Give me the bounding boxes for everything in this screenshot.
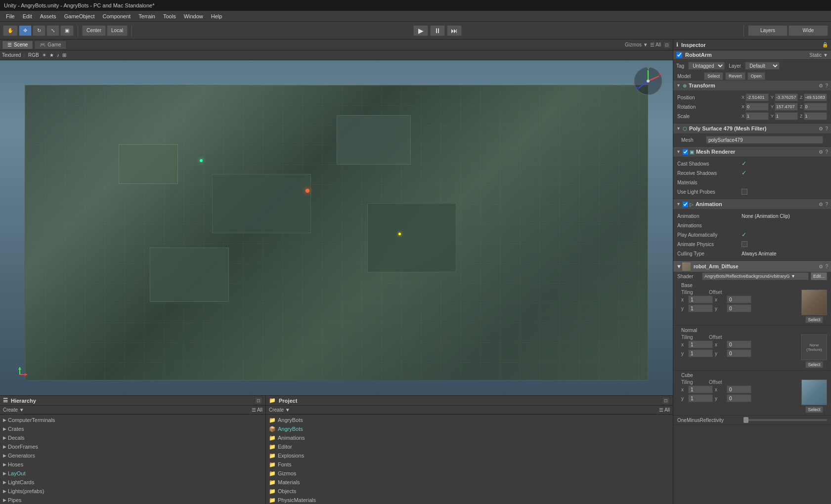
scale-y-input[interactable]: [775, 112, 798, 120]
hier-item-crates[interactable]: ▶ Crates: [0, 424, 265, 433]
position-x-input[interactable]: [745, 93, 769, 101]
hierarchy-filter[interactable]: ☰ All: [252, 407, 262, 413]
rotate-tool-button[interactable]: ↻: [33, 25, 45, 36]
layers-dropdown[interactable]: Layers: [748, 25, 787, 36]
scale-tool-button[interactable]: ⤡: [46, 25, 59, 36]
cube-texture-select[interactable]: Select: [805, 406, 823, 413]
proj-item-materials[interactable]: 📁 Materials: [266, 478, 673, 487]
base-texture-thumb[interactable]: [801, 290, 827, 315]
cube-offset-y-input[interactable]: [727, 394, 751, 402]
animation-enable-checkbox[interactable]: [683, 202, 688, 207]
use-light-probes-checkbox[interactable]: [742, 189, 747, 195]
material-question-icon[interactable]: ?: [825, 264, 828, 269]
hier-item-pipes[interactable]: ▶ Pipes: [0, 496, 265, 504]
proj-item-fonts[interactable]: 📁 Fonts: [266, 460, 673, 469]
base-tiling-y-input[interactable]: [688, 304, 713, 312]
hier-item-computerterminals[interactable]: ▶ ComputerTerminals: [0, 416, 265, 424]
cube-tiling-y-input[interactable]: [688, 394, 713, 402]
normal-texture-thumb[interactable]: None (Texture): [801, 335, 827, 360]
rotation-y-input[interactable]: [775, 103, 798, 111]
hier-item-lights[interactable]: ▶ Lights(prefabs): [0, 487, 265, 496]
scene-fx-btn[interactable]: ★: [49, 52, 54, 58]
project-filter[interactable]: ☰ All: [659, 407, 670, 413]
menu-terrain[interactable]: Terrain: [134, 13, 159, 19]
base-offset-y-input[interactable]: [727, 304, 751, 312]
transform-settings-icon[interactable]: ⚙: [819, 83, 823, 88]
cube-texture-thumb[interactable]: [801, 379, 827, 405]
hier-item-doorframes[interactable]: ▶ DoorFrames: [0, 442, 265, 451]
hierarchy-create-button[interactable]: Create ▼: [3, 407, 24, 413]
scale-z-input[interactable]: [804, 112, 828, 120]
layer-dropdown[interactable]: Default: [745, 62, 780, 70]
normal-tiling-y-input[interactable]: [688, 349, 713, 357]
step-button[interactable]: ⏭: [447, 25, 462, 36]
animation-question-icon[interactable]: ?: [825, 202, 828, 207]
hier-item-lightcards[interactable]: ▶ LightCards: [0, 478, 265, 487]
mesh-renderer-header[interactable]: ▼ ▣ Mesh Renderer ⚙ ?: [673, 147, 831, 157]
cube-offset-x-input[interactable]: [727, 385, 751, 393]
material-settings-icon[interactable]: ⚙: [819, 264, 823, 269]
gameobject-active-checkbox[interactable]: [676, 52, 682, 58]
proj-item-animations[interactable]: 📁 Animations: [266, 433, 673, 442]
hierarchy-maximize[interactable]: ⊡: [255, 397, 262, 405]
proj-item-physicmaterials[interactable]: 📁 PhysicMaterials: [266, 496, 673, 504]
mesh-value[interactable]: polySurface479: [706, 136, 823, 144]
menu-window[interactable]: Window: [180, 13, 207, 19]
mesh-renderer-settings-icon[interactable]: ⚙: [819, 149, 823, 155]
position-z-input[interactable]: [804, 93, 828, 101]
base-texture-select[interactable]: Select: [805, 316, 823, 323]
menu-help[interactable]: Help: [207, 13, 226, 19]
normal-tiling-x-input[interactable]: [688, 340, 713, 348]
menu-assets[interactable]: Assets: [36, 13, 60, 19]
scene-lighting-btn[interactable]: ☀: [42, 52, 46, 58]
rotation-z-input[interactable]: [804, 103, 828, 111]
animate-physics-checkbox[interactable]: [742, 241, 747, 247]
play-button[interactable]: ▶: [413, 25, 428, 36]
project-maximize[interactable]: ⊡: [662, 397, 670, 405]
cube-tiling-x-input[interactable]: [688, 385, 713, 393]
normal-offset-x-input[interactable]: [727, 340, 751, 348]
material-header[interactable]: ▼ robot_Arm_Diffuse ⚙ ?: [673, 261, 831, 272]
revert-button[interactable]: Revert: [725, 72, 745, 80]
mesh-renderer-question-icon[interactable]: ?: [825, 149, 828, 155]
mesh-filter-settings-icon[interactable]: ⚙: [819, 126, 823, 131]
open-button[interactable]: Open: [747, 72, 765, 80]
gizmo-widget[interactable]: X Y Z: [633, 66, 663, 97]
hier-item-hoses[interactable]: ▶ Hoses: [0, 460, 265, 469]
local-button[interactable]: Local: [107, 25, 128, 36]
lock-icon[interactable]: 🔒: [822, 42, 828, 47]
animation-header[interactable]: ▼ ▷ Animation ⚙ ?: [673, 199, 831, 209]
scene-gizmo-btn[interactable]: ⊞: [62, 52, 66, 58]
menu-file[interactable]: File: [2, 13, 19, 19]
proj-item-gizmos[interactable]: 📁 Gizmos: [266, 469, 673, 478]
mesh-renderer-enable-checkbox[interactable]: [683, 149, 688, 155]
move-tool-button[interactable]: ✥: [19, 25, 32, 36]
mesh-filter-question-icon[interactable]: ?: [825, 126, 828, 131]
one-minus-slider[interactable]: [744, 419, 827, 421]
maximize-button[interactable]: ⊡: [663, 41, 671, 49]
hier-item-decals[interactable]: ▶ Decals: [0, 433, 265, 442]
proj-item-angrybots-pkg[interactable]: 📦 AngryBots: [266, 424, 673, 433]
hier-item-layout[interactable]: ▶ LayOut: [0, 469, 265, 478]
hand-tool-button[interactable]: ✋: [3, 25, 18, 36]
normal-offset-y-input[interactable]: [727, 349, 751, 357]
position-y-input[interactable]: [775, 93, 798, 101]
tag-dropdown[interactable]: Untagged: [688, 62, 725, 70]
animation-settings-icon[interactable]: ⚙: [819, 202, 823, 207]
rect-tool-button[interactable]: ▣: [60, 25, 74, 36]
proj-item-angrybots-folder[interactable]: 📁 AngryBots: [266, 416, 673, 424]
viewport[interactable]: X Y Z: [0, 60, 673, 395]
base-offset-x-input[interactable]: [727, 295, 751, 303]
menu-gameobject[interactable]: GameObject: [60, 13, 99, 19]
mesh-filter-header[interactable]: ▼ ⬡ Poly Surface 479 (Mesh Filter) ⚙ ?: [673, 124, 831, 133]
gizmos-button[interactable]: Gizmos ▼: [625, 42, 648, 47]
normal-texture-select[interactable]: Select: [805, 361, 823, 368]
menu-tools[interactable]: Tools: [159, 13, 180, 19]
layout-dropdown[interactable]: Wide: [788, 25, 828, 36]
center-button[interactable]: Center: [82, 25, 106, 36]
rotation-x-input[interactable]: [745, 103, 769, 111]
menu-edit[interactable]: Edit: [19, 13, 36, 19]
scale-x-input[interactable]: [745, 112, 769, 120]
transform-header[interactable]: ▼ ⊕ Transform ⚙ ?: [673, 81, 831, 90]
hier-item-generators[interactable]: ▶ Generators: [0, 451, 265, 460]
